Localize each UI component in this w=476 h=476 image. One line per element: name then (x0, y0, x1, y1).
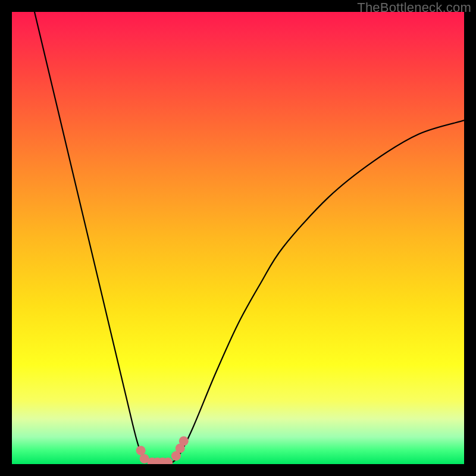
curves-svg (12, 12, 464, 464)
marker-group (136, 436, 189, 464)
curve-group (35, 12, 464, 464)
highlight-marker (136, 446, 146, 455)
plot-area (12, 12, 464, 464)
bottleneck-curve (35, 12, 464, 464)
chart-frame: TheBottleneck.com (0, 0, 476, 476)
watermark-text: TheBottleneck.com (357, 0, 471, 15)
highlight-marker (179, 436, 189, 446)
